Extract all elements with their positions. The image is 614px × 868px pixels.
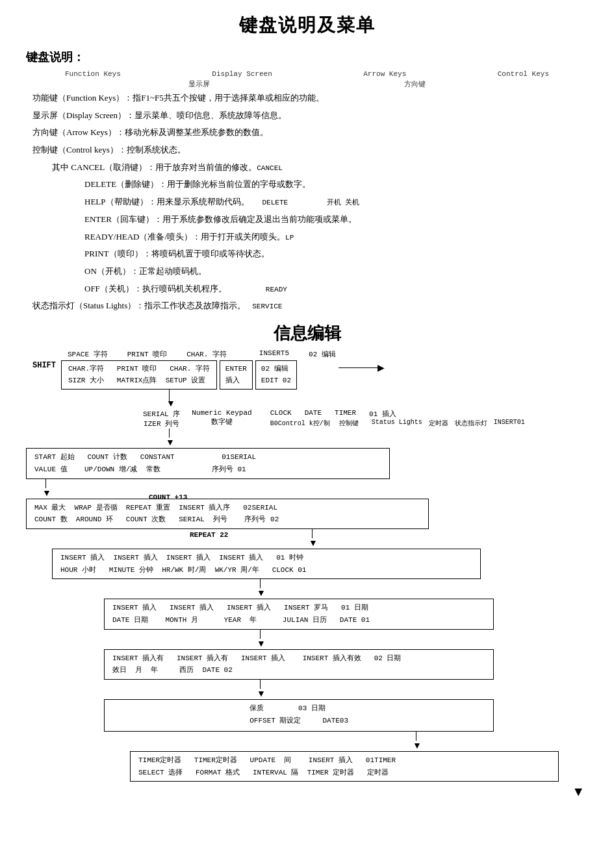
space-char-label: SPACE 字符 <box>68 349 108 359</box>
box-timer: TIMER定时器 TIMER定时器 UPDATE 间 INSERT 插入 01T… <box>130 751 559 782</box>
numeric-cn-label: 数字键 <box>211 417 233 427</box>
flow-diagram: SHIFT SPACE 字符 PRINT 喷印 CHAR. 字符 INSERT5… <box>26 349 591 812</box>
box-hour: INSERT 插入 INSERT 插入 INSERT 插入 INSERT 插入 … <box>52 549 481 579</box>
enter-line1: ENTER <box>225 364 247 375</box>
timer01-label: 定时器 <box>429 419 448 428</box>
box-line1: CHAR.字符 PRINT 喷印 CHAR. 字符 <box>68 364 210 375</box>
desc-delete: DELETE（删除键）：用于删除光标当前位置的字母或数字。 <box>32 177 588 193</box>
v-arrow-2: ▼ <box>26 428 591 448</box>
desc-arrow-keys: 方向键（Arrow Keys）：移动光标及调整某些系统参数的数值。 <box>32 125 588 141</box>
bz-line2: OFFSET 期设定 DATE03 <box>112 715 485 727</box>
box-char-print: CHAR.字符 PRINT 喷印 CHAR. 字符 SIZR 大小 MATRIX… <box>61 360 217 390</box>
v-arrow-4: ▼ <box>26 529 591 549</box>
box-enter-insert: ENTER 插入 <box>220 360 253 390</box>
arrow-keys-cn-label: 方向键 <box>404 79 426 89</box>
status-lights-label: Status Lights <box>372 419 422 428</box>
timer-label: TIMER <box>335 409 356 419</box>
v-arrow-3: ▼ <box>26 479 591 499</box>
v-arrow-6: ▼ <box>26 630 591 649</box>
eff-line1: INSERT 插入有 INSERT 插入有 INSERT 插入 INSERT 插… <box>112 652 485 665</box>
desc-status-lights: 状态指示灯（Status Lights）：指示工作状态及故障指示。SERVICE <box>32 298 588 314</box>
date-label: DATE <box>305 409 322 419</box>
hour-line2: HOUR 小时 MINUTE 分钟 HR/WK 时/周 WK/YR 周/年 CL… <box>60 564 472 577</box>
desc-function-keys: 功能键（Function Keys）：指F1~F5共五个按键，用于选择菜单或相应… <box>32 90 588 106</box>
repeat22-label: REPEAT 22 <box>190 531 228 539</box>
izer-label: IZER 列号 <box>144 419 179 428</box>
diagram-row0: SHIFT SPACE 字符 PRINT 喷印 CHAR. 字符 INSERT5… <box>26 349 591 390</box>
edit02-label: 02 编辑 <box>309 349 336 359</box>
desc-enter: ENTER（回车键）：用于系统参数修改后确定及退出当前功能项或菜单。 <box>32 212 588 228</box>
edit-line1: 02 编辑 <box>261 364 291 375</box>
start-line2: VALUE 值 UP/DOWN 增/减 常数 序列号 01 <box>34 464 381 476</box>
v-arrow-7: ▼ <box>26 680 591 699</box>
insert01-label: 01 插入 <box>369 409 396 419</box>
box-02-edit: 02 编辑 EDIT 02 <box>255 360 297 390</box>
clock-date-timer-row: CLOCK DATE TIMER 01 插入 <box>270 409 525 419</box>
date-line2: DATE 日期 MONTH 月 YEAR 年 JULIAN 日历 DATE 01 <box>112 614 485 626</box>
control-cn-label: 控制键 <box>339 419 359 428</box>
desc-off: OFF（关机）：执行喷码机关机程序。READY <box>32 281 588 297</box>
insert5-label: INSERT5 <box>259 349 289 359</box>
eff-line2: 效日 月 年 西历 DATE 02 <box>112 664 485 676</box>
clock-label: CLOCK <box>270 409 292 419</box>
diagram-row8: 保质 03 日期 OFFSET 期设定 DATE03 <box>104 699 591 732</box>
box-date: INSERT 插入 INSERT 插入 INSERT 插入 INSERT 罗马 … <box>104 599 494 629</box>
desc-print: PRINT（喷印）：将喷码机置于喷印或等待状态。 <box>32 246 588 262</box>
keyboard-labels-cn-row: 显示屏 方向键 <box>26 79 588 89</box>
serial-col: SERIAL 序 IZER 列号 <box>143 409 180 428</box>
desc-help: HELP（帮助键）：用来显示系统帮助代码。DELETE 开机 关机 <box>32 194 588 210</box>
v-arrow-1: ▼ <box>26 390 591 409</box>
desc-on: ON（开机）：正常起动喷码机。 <box>32 264 588 280</box>
top-boxes-row: CHAR.字符 PRINT 喷印 CHAR. 字符 SIZR 大小 MATRIX… <box>61 360 336 390</box>
hour-line1: INSERT 插入 INSERT 插入 INSERT 插入 INSERT 插入 … <box>60 552 472 564</box>
page-title: 键盘说明及菜单 <box>26 13 588 38</box>
timer-line1: TIMER定时器 TIMER定时器 UPDATE 间 INSERT 插入 01T… <box>138 754 550 767</box>
bz-line1: 保质 03 日期 <box>112 702 485 715</box>
edit-line2: EDIT 02 <box>261 375 291 387</box>
function-keys-label: Function Keys <box>65 70 121 78</box>
box-line2: SIZR 大小 MATRIX点阵 SETUP 设置 <box>68 375 210 387</box>
bcontrol-label: B0Control k控/制 <box>270 419 330 428</box>
display-screen-cn-label: 显示屏 <box>188 79 210 89</box>
insert01-2-label: INSERT01 <box>494 419 525 428</box>
diagram-row1-labels: SERIAL 序 IZER 列号 Numeric Keypad 数字键 CLOC… <box>26 409 591 428</box>
clock-col: CLOCK DATE TIMER 01 插入 B0Control k控/制 控制… <box>270 409 525 428</box>
diagram-row5: INSERT 插入 INSERT 插入 INSERT 插入 INSERT 插入 … <box>52 549 591 579</box>
diagram-row3: START 起始 COUNT 计数 CONSTANT 01SERIAL VALU… <box>26 448 591 478</box>
arrow-right-top: ▶ <box>339 362 385 373</box>
diagram-row9: TIMER定时器 TIMER定时器 UPDATE 间 INSERT 插入 01T… <box>130 751 591 782</box>
max-line2: COUNT 数 AROUND 环 COUNT 次数 SERIAL 列号 序列号 … <box>34 514 420 526</box>
count13-label: COUNT +13 <box>149 493 187 501</box>
control-status-row: B0Control k控/制 控制键 Status Lights 定时器 状态指… <box>270 419 525 428</box>
box-max-wrap: MAX 最大 WRAP 是否循 REPEAT 重置 INSERT 插入序 02S… <box>26 499 429 529</box>
print-label: PRINT 喷印 <box>127 349 168 359</box>
enter-line2: 插入 <box>225 375 247 387</box>
v-arrow-8: ▼ <box>26 732 591 751</box>
numeric-keypad-label: Numeric Keypad <box>192 409 251 417</box>
shift-label: SHIFT <box>32 361 56 370</box>
diagram-row6: INSERT 插入 INSERT 插入 INSERT 插入 INSERT 罗马 … <box>104 599 591 629</box>
status-cn-label: 状态指示灯 <box>455 419 487 428</box>
description-block: 功能键（Function Keys）：指F1~F5共五个按键，用于选择菜单或相应… <box>26 90 588 314</box>
timer-line2: SELECT 选择 FORMAT 格式 INTERVAL 隔 TIMER 定时器… <box>138 767 550 779</box>
diagram-row7: INSERT 插入有 INSERT 插入有 INSERT 插入 INSERT 插… <box>104 649 591 680</box>
date-line1: INSERT 插入 INSERT 插入 INSERT 插入 INSERT 罗马 … <box>112 602 485 614</box>
arrow-keys-label: Arrow Keys <box>363 70 406 78</box>
box-baozheng: 保质 03 日期 OFFSET 期设定 DATE03 <box>104 699 494 732</box>
max-line1: MAX 最大 WRAP 是否循 REPEAT 重置 INSERT 插入序 02S… <box>34 502 420 514</box>
desc-ready-head: READY/HEAD（准备/喷头）：用于打开或关闭喷头。LP <box>32 229 588 245</box>
start-line1: START 起始 COUNT 计数 CONSTANT 01SERIAL <box>34 451 381 464</box>
desc-display-screen: 显示屏（Display Screen）：显示菜单、喷印信息、系统故障等信息。 <box>32 108 588 124</box>
diagram-row4: COUNT +13 REPEAT 22 MAX 最大 WRAP 是否循 REPE… <box>26 499 591 529</box>
serial-label: SERIAL 序 <box>143 409 180 419</box>
keyboard-labels-row: Function Keys Display Screen Arrow Keys … <box>26 70 588 78</box>
display-screen-label: Display Screen <box>212 70 272 78</box>
section1-title: 键盘说明： <box>26 49 588 65</box>
section2-title: 信息编辑 <box>274 322 341 345</box>
bottom-arrow: ▼ <box>26 784 591 799</box>
desc-cancel: 其中 CANCEL（取消键）：用于放弃对当前值的修改。CANCEL <box>32 160 588 176</box>
control-keys-label: Control Keys <box>498 70 549 78</box>
box-effective-date: INSERT 插入有 INSERT 插入有 INSERT 插入 INSERT 插… <box>104 649 494 680</box>
v-arrow-5: ▼ <box>26 579 591 599</box>
desc-control-keys: 控制键（Control keys）：控制系统状态。 <box>32 142 588 158</box>
